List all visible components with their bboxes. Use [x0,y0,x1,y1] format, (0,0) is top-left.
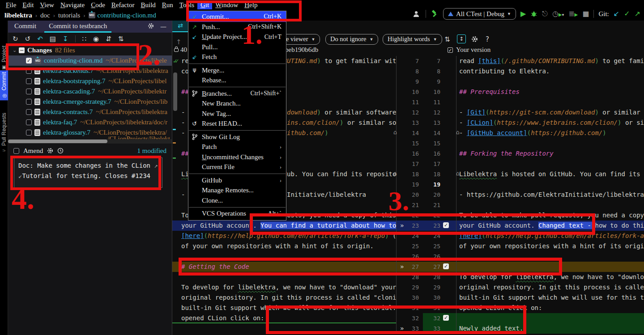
stripe-item-pull-requests[interactable]: ⑂Pull Requests [0,111,8,155]
diff-right-line[interactable]: contributing to Elektra. [456,66,644,76]
file-row-elektra-bootstrapping.7[interactable]: elektra-bootstrapping.7~/CLionProjects/l… [8,76,172,86]
include-change-checkbox[interactable]: ✓ [443,315,449,321]
collapse-unchanged-icon[interactable]: ⇅ [444,35,450,43]
menu-tools[interactable]: Tools [176,1,197,9]
diff-left-line[interactable] [172,323,396,334]
stripe-item-project[interactable]: ▣Project [0,44,8,72]
file-checkbox[interactable] [26,130,32,136]
highlight-mode-select[interactable]: Highlight words▼ [383,34,442,45]
git-menu-item-merge[interactable]: ⋔Merge... [188,65,286,76]
horizontal-scrollbar[interactable] [8,139,172,144]
diff-row-32[interactable]: opened CLion click on:3232✓ [172,313,644,323]
refresh-icon[interactable]: ↻ [13,35,18,43]
diff-right-line[interactable]: Libelektra is hosted on GitHub. You can … [456,169,644,179]
breadcrumb-doc[interactable]: doc [40,12,50,19]
file-checkbox[interactable] [26,109,32,115]
soft-wrap-icon[interactable]: ↕ [457,34,466,43]
diff-row-25[interactable]: of your own repositories with a hint of … [172,241,644,251]
diff-left-line[interactable]: To develop for libelektra, we now have t… [172,282,396,293]
stripe-item-commit[interactable]: ◎Commit [0,70,8,100]
diff-left-line[interactable]: [here](https://help.github.com/en/articl… [172,231,396,241]
file-row-contributing-clion.md[interactable]: ✓MDcontributing-clion.md~/CLionProjects/… [8,55,172,66]
chevron-down-icon[interactable]: ⌄ [13,47,19,53]
diff-right-line[interactable]: To develop for libelektra, we now have t… [456,272,644,282]
diff-right-line[interactable]: ## Prerequisites [456,87,644,97]
diff-right-line[interactable]: original repository. In git this process… [456,282,644,293]
diff-right-line[interactable]: - [Git](https://git-scm.com/download) or… [456,107,644,118]
menu-file[interactable]: File [3,1,19,9]
diff-left-line[interactable]: original repository. In git this process… [172,293,396,303]
file-checkbox[interactable] [26,89,32,94]
file-row-elektra-faq.7[interactable]: elektra-faq.7~/CLionProjects/libelektra/… [8,117,172,127]
file-checkbox[interactable]: ✓ [26,58,32,64]
menu-refactor[interactable]: Refactor [108,1,138,9]
diff-right-line[interactable]: opened CLion click on: [456,303,644,313]
file-row-elektra-cmerge-strategy.7[interactable]: elektra-cmerge-strategy.7~/CLionProjects… [8,97,172,107]
git-menu-item-branches[interactable]: Branches...Ctrl+Shift+` [188,89,286,99]
diff-right-line[interactable]: To be able to make pull requests, you ne… [456,210,644,221]
commit-message-input[interactable]: Doc: Make some changes in the CLion ↗ ↙T… [14,157,162,188]
commit-options-gear-icon[interactable] [47,148,53,154]
diff-right-line[interactable] [456,313,644,323]
file-row-elektra-cascading.7[interactable]: elektra-cascading.7~/CLionProjects/libel… [8,86,172,97]
diff-row-31[interactable]: built-in Git support which we will use f… [172,303,644,313]
menu-navigate[interactable]: Navigate [57,1,88,9]
menu-code[interactable]: Code [88,1,108,9]
tab-commit[interactable]: Commit [8,20,43,33]
git-menu-item-rebase[interactable]: Rebase... [188,76,286,86]
partial-checkbox[interactable]: – [19,47,25,53]
coverage-icon[interactable]: ◷▶▾ [552,10,564,17]
scrollbar-thumb[interactable] [8,140,107,143]
menu-view[interactable]: View [37,1,57,9]
git-commit-icon[interactable]: ✓ [624,10,630,17]
diff-right-line[interactable] [456,262,644,272]
git-menu-item-fetch[interactable]: ⇙Fetch [188,52,286,63]
tab-commit-to-testbranch[interactable]: Commit to testbranch [43,20,113,33]
git-menu-item-current-file[interactable]: Current File› [188,162,286,173]
diff-row-23[interactable]: your GitHub account. You can find a tuto… [172,221,644,231]
diff-right-line[interactable]: - [GitHub account](https://github.com/) [456,128,644,138]
menu-help[interactable]: Help [241,1,260,9]
git-menu-item-pull[interactable]: Pull... [188,42,286,52]
gear-icon[interactable] [148,23,154,30]
diff-right-line[interactable]: - [CLion](https://www.jetbrains.com/clio… [456,118,644,128]
git-push-icon[interactable]: ↗ [635,10,640,17]
collapse-all-icon[interactable]: ⇅ [118,35,124,43]
checked-checkbox-icon[interactable]: ✓ [448,47,453,53]
diff-left-line[interactable]: opened CLion click on: [172,313,396,323]
fold-marker-icon[interactable]: ⌂ [393,170,397,176]
git-menu-item-show-git-log[interactable]: Show Git Log [188,132,286,142]
expand-all-icon[interactable]: ⇵ [106,35,111,43]
git-menu-item-commit[interactable]: ✓Commit...Ctrl+K [188,11,286,22]
menu-build[interactable]: Build [137,1,158,9]
diff-right-line[interactable] [456,97,644,107]
user-icon[interactable] [413,10,421,17]
help-icon[interactable]: ? [486,35,489,43]
include-change-checkbox[interactable]: ✓ [443,222,449,228]
git-menu-item-push[interactable]: ↗Push...Ctrl+Shift+K [188,22,286,32]
menu-run[interactable]: Run [159,1,176,9]
file-row-elektra-backends.7[interactable]: elektra-backends.7~/CLionProjects/libele… [8,66,172,76]
jump-to-source-icon[interactable]: ↶ [37,35,43,43]
git-menu-item-clone[interactable]: Clone... [188,195,286,206]
git-menu-item-new-tag[interactable]: New Tag... [188,109,286,119]
viewer-mode-select[interactable]: e viewer▼ [281,34,320,45]
menu-window[interactable]: Window [212,1,241,9]
stop-icon[interactable]: ■ [582,10,589,17]
shelve-icon[interactable]: ↧ [63,35,68,43]
previous-change-arrow-icon[interactable]: ↑ [176,38,182,46]
rerun-icon[interactable]: ≣▶ [568,10,578,17]
diff-row-29[interactable]: To develop for libelektra, we now have t… [172,282,644,293]
diff-right-line[interactable] [456,138,644,148]
include-change-checkbox[interactable]: ✓ [443,263,449,269]
diff-right-line[interactable]: read [this](/.github/CONTRIBUTING.md) to… [456,56,644,66]
diff-left-line[interactable]: of your own repositories with a hint of … [172,241,396,251]
diff-tab-commit-icon[interactable]: ⇄ [172,20,188,32]
diff-row-24[interactable]: [here](https://help.github.com/en/articl… [172,231,644,241]
file-row-elektra-contracts.7[interactable]: elektra-contracts.7~/CLionProjects/libel… [8,107,172,117]
git-menu-item-update-project[interactable]: ↙Update Project...Ctrl+T [188,32,286,42]
run-configuration-select[interactable]: All CTest | Debug ▼ [443,8,516,20]
diff-right-line[interactable]: [here](https://help.github.com/en/articl… [456,231,644,241]
diff-right-line[interactable] [456,76,644,87]
git-menu-item-reset-head[interactable]: ↺Reset HEAD... [188,119,286,129]
